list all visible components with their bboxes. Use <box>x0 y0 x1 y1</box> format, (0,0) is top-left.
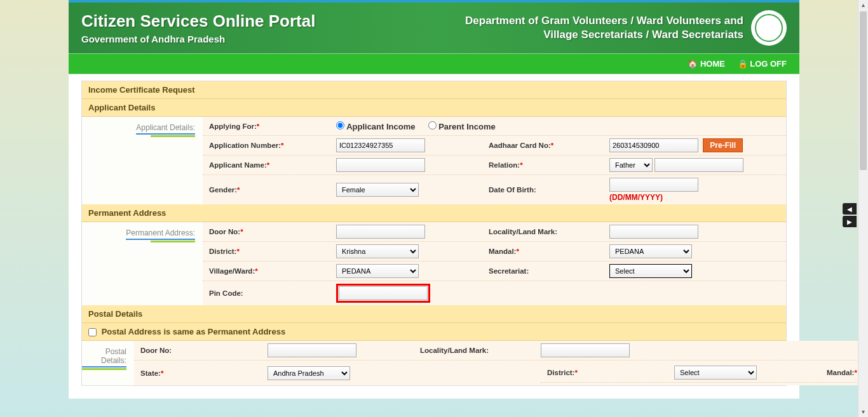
label-post-state: State: <box>140 369 161 377</box>
label-post-district: District: <box>547 369 574 376</box>
label-dob: Date Of Birth: <box>489 186 536 194</box>
label-app-name: Applicant Name: <box>209 161 267 169</box>
float-left-icon[interactable]: ◀ <box>843 203 857 215</box>
select-perm-district[interactable]: Krishna <box>336 244 419 258</box>
label-perm-locality: Locality/Land Mark: <box>489 228 557 235</box>
department-name: Department of Gram Volunteers / Ward Vol… <box>465 14 743 42</box>
label-perm-district: District: <box>209 248 236 255</box>
scrollbar[interactable]: ▴ ▾ <box>858 0 868 417</box>
nav-bar: 🏠 HOME 🔒 LOG OFF <box>69 53 799 74</box>
scroll-thumb[interactable] <box>860 11 867 170</box>
side-label-postal: Postal Details: <box>82 341 134 385</box>
select-post-state[interactable]: Andhra Pradesh <box>268 366 350 380</box>
label-app-number: Application Number: <box>209 142 281 149</box>
radio-parent-income[interactable]: Parent Income <box>428 121 496 131</box>
input-perm-locality[interactable] <box>609 225 698 239</box>
label-gender: Gender: <box>209 186 237 194</box>
scroll-up-icon[interactable]: ▴ <box>858 0 868 10</box>
label-aadhaar: Aadhaar Card No: <box>489 142 551 149</box>
nav-logoff[interactable]: 🔒 LOG OFF <box>738 59 787 69</box>
label-post-locality: Locality/Land Mark: <box>420 347 489 354</box>
input-perm-doorno[interactable] <box>336 225 425 239</box>
select-gender[interactable]: Female <box>336 183 419 197</box>
select-post-district[interactable]: Select <box>674 366 757 380</box>
prefill-button[interactable]: Pre-Fill <box>703 138 743 152</box>
label-perm-mandal: Mandal: <box>489 248 516 255</box>
input-aadhaar[interactable] <box>609 138 698 152</box>
select-perm-secretariat[interactable]: Select <box>609 264 692 278</box>
input-post-locality[interactable] <box>541 343 630 357</box>
nav-home[interactable]: 🏠 HOME <box>688 59 725 69</box>
select-relation[interactable]: Father <box>609 158 653 172</box>
input-dob[interactable] <box>609 178 698 192</box>
side-label-permanent: Permanent Address: <box>82 222 203 305</box>
checkbox-postal-same[interactable]: Postal Address is same as Permanent Addr… <box>88 327 285 336</box>
label-applying-for: Applying For: <box>209 122 257 130</box>
select-perm-village[interactable]: PEDANA <box>336 264 419 278</box>
header: Citizen Services Online Portal Governmen… <box>69 3 799 53</box>
section-postal-details: Postal Details <box>82 305 786 323</box>
input-perm-pincode[interactable] <box>339 286 428 300</box>
label-relation: Relation: <box>489 161 520 169</box>
input-app-number[interactable] <box>336 138 425 152</box>
select-perm-mandal[interactable]: PEDANA <box>609 244 692 258</box>
input-post-doorno[interactable] <box>268 343 356 357</box>
postal-same-row: Postal Address is same as Permanent Addr… <box>82 323 786 341</box>
label-perm-doorno: Door No: <box>209 228 240 235</box>
section-applicant-details: Applicant Details <box>82 99 786 117</box>
input-app-name[interactable] <box>336 158 425 172</box>
portal-title: Citizen Services Online Portal <box>81 11 315 31</box>
label-perm-secretariat: Secretariat: <box>489 267 529 275</box>
label-perm-pincode: Pin Code: <box>209 289 243 297</box>
float-right-icon[interactable]: ▶ <box>843 216 857 227</box>
label-post-mandal: Mandal: <box>827 369 854 376</box>
label-post-doorno: Door No: <box>140 347 172 354</box>
portal-subtitle: Government of Andhra Pradesh <box>81 34 315 44</box>
input-relation-name[interactable] <box>654 158 743 172</box>
dob-hint: (DD/MM/YYYY) <box>609 193 786 202</box>
floating-nav: ◀ ▶ <box>843 203 857 228</box>
scroll-down-icon[interactable]: ▾ <box>858 407 868 417</box>
highlight-pincode <box>336 284 430 303</box>
page-title: Income Certificate Request <box>82 81 786 99</box>
label-perm-village: Village/Ward: <box>209 267 255 275</box>
radio-applicant-income[interactable]: Applicant Income <box>336 121 416 131</box>
section-permanent-address: Permanent Address <box>82 204 786 222</box>
side-label-applicant: Applicant Details: <box>82 117 203 204</box>
state-emblem <box>751 10 787 46</box>
